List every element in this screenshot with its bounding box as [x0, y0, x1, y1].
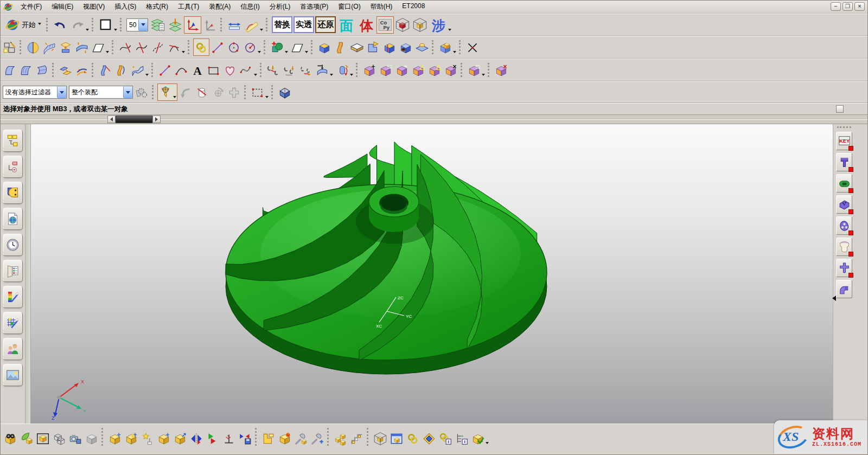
menu-item-8[interactable]: 分析(L) [265, 1, 296, 13]
wade-display-button-caret[interactable] [448, 29, 451, 31]
wave-geometry-icon[interactable] [372, 427, 388, 447]
sketch-icon[interactable] [2, 39, 18, 56]
plane-icon[interactable] [289, 39, 309, 56]
fit-component-icon[interactable] [35, 427, 51, 447]
selection-filter-combo-dropdown-icon[interactable] [57, 86, 66, 98]
combine-body-icon-caret[interactable] [453, 51, 456, 53]
replace-button[interactable]: 替换 [272, 16, 292, 33]
wade-display-button[interactable]: 涉 [429, 16, 452, 34]
handle-icon[interactable] [226, 84, 242, 101]
datum-csys-icon[interactable] [464, 39, 481, 56]
arrangements-icon[interactable] [349, 427, 365, 447]
split-body-icon[interactable] [381, 39, 398, 56]
redo-icon[interactable] [69, 16, 90, 34]
restore-button[interactable]: ❐ [843, 2, 853, 11]
offset-curve-icon[interactable] [298, 61, 314, 79]
resize-feature-icon[interactable]: × [493, 61, 509, 79]
interpart-link-icon[interactable] [405, 427, 421, 447]
edit-curve-icon[interactable] [166, 39, 186, 56]
template-triplate[interactable] [836, 216, 852, 235]
impeller-model[interactable] [201, 126, 570, 381]
bridge-curve-icon[interactable] [265, 61, 282, 79]
through-curves-icon[interactable] [18, 61, 34, 79]
close-button[interactable]: × [854, 2, 865, 11]
arc-icon-caret[interactable] [258, 51, 261, 53]
thicken-sheet-icon[interactable] [74, 61, 90, 79]
simplify-curve-icon[interactable] [282, 61, 298, 79]
layer-settings-icon[interactable] [149, 16, 167, 34]
roles-icon[interactable] [3, 260, 23, 282]
graphics-viewport[interactable]: ZC YC XC X Y Z [31, 124, 833, 424]
trim-corner-icon[interactable] [150, 39, 166, 56]
menu-item-12[interactable]: ET2008 [397, 1, 430, 13]
studio-spline-icon[interactable] [238, 61, 258, 79]
menu-item-5[interactable]: 工具(T) [173, 1, 204, 13]
line-icon[interactable] [209, 39, 226, 56]
collapse-arrow-icon[interactable] [832, 296, 836, 301]
boolean-icon-caret[interactable] [285, 51, 288, 53]
swept-surface-icon[interactable] [97, 61, 113, 79]
shaded-view-icon[interactable] [277, 84, 293, 101]
visual-effects-icon[interactable] [3, 312, 23, 334]
template-bushing[interactable] [836, 238, 852, 256]
studio-surface-icon-caret[interactable] [145, 74, 149, 76]
layer-combo[interactable]: 50 [126, 18, 148, 31]
new-component-icon[interactable]: + [123, 427, 139, 447]
mirror-assembly-icon[interactable] [188, 427, 205, 447]
menu-item-3[interactable]: 插入(S) [110, 1, 141, 13]
template-slot[interactable] [836, 174, 852, 193]
users-icon[interactable] [3, 338, 23, 360]
menu-item-10[interactable]: 窗口(O) [333, 1, 365, 13]
resource-bar-sash[interactable] [25, 124, 31, 424]
chamfer-feature-icon[interactable]: △ [410, 61, 426, 79]
product-interface-icon[interactable] [421, 427, 437, 447]
reuse-library-icon[interactable] [3, 208, 23, 230]
layer-combo-dropdown-icon[interactable] [138, 19, 148, 31]
snap-point-icon-caret[interactable] [173, 96, 176, 98]
perpendicular-constraint-icon[interactable] [221, 427, 237, 447]
undo-icon[interactable] [52, 16, 69, 34]
pattern-component-icon[interactable] [139, 427, 156, 447]
history-icon[interactable] [3, 234, 23, 256]
template-cross[interactable] [836, 259, 852, 277]
menu-item-6[interactable]: 装配(A) [204, 1, 235, 13]
project-curve-icon[interactable] [314, 61, 334, 79]
add-component-icon[interactable]: + [107, 427, 123, 447]
slider-left-arrow[interactable] [107, 116, 116, 123]
curve-mesh-icon[interactable] [41, 39, 58, 56]
basic-line-icon[interactable] [157, 61, 173, 79]
slider-right-arrow[interactable] [152, 116, 161, 123]
slab-icon[interactable] [349, 39, 365, 56]
rectangle-curve-icon[interactable] [206, 61, 222, 79]
new-parent-icon[interactable] [309, 427, 326, 447]
measure-distance-icon[interactable] [226, 16, 243, 34]
visualization-icon[interactable] [3, 286, 23, 308]
plane-icon-caret[interactable] [305, 51, 308, 53]
intersection-curve-icon-caret[interactable] [350, 74, 353, 76]
snapshot-icon[interactable] [67, 427, 84, 447]
restore-display-button[interactable]: 还原 [315, 16, 336, 33]
pattern-feature-icon[interactable]: □ [378, 61, 394, 79]
sweep-icon[interactable] [333, 39, 349, 56]
datum-plane-icon-caret[interactable] [106, 51, 109, 53]
measure-angle-icon-caret[interactable] [260, 29, 263, 31]
menu-item-9[interactable]: 首选项(P) [295, 1, 333, 13]
text-curve-icon[interactable]: A [189, 61, 206, 79]
wcs-orient-icon[interactable] [201, 16, 219, 34]
extrude-plate-icon[interactable] [58, 39, 74, 56]
delete-feature-icon[interactable]: × [443, 61, 459, 79]
join-curve-icon[interactable] [193, 39, 209, 56]
boss-icon[interactable] [414, 39, 430, 56]
rollback-icon[interactable] [177, 84, 194, 101]
move-component-icon[interactable]: ↗ [172, 427, 188, 447]
prompt-bar-button[interactable] [836, 105, 844, 113]
slider-thumb[interactable] [116, 116, 152, 123]
assembly-navigator-icon[interactable] [3, 130, 23, 152]
rectangle-select-icon-caret[interactable] [265, 96, 269, 98]
translucent-button[interactable]: 实透 [293, 16, 314, 33]
arc-icon[interactable] [242, 39, 262, 56]
horizontal-slider[interactable] [107, 116, 161, 123]
template-tpart[interactable] [836, 153, 852, 171]
menu-item-1[interactable]: 编辑(E) [47, 1, 78, 13]
datum-plane-icon[interactable] [90, 39, 110, 56]
